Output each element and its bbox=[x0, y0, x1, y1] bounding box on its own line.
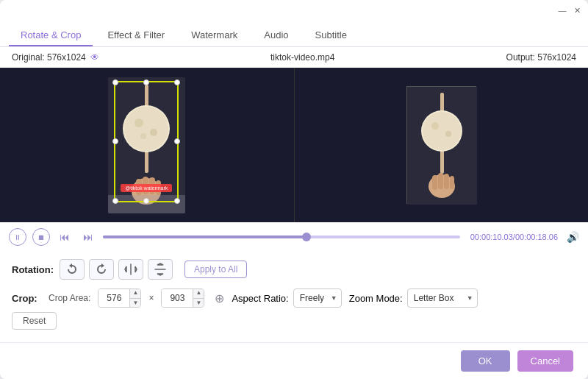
rotate-right-button[interactable] bbox=[89, 259, 114, 280]
video-header: Original: 576x1024 👁 tiktok-video.mp4 Ou… bbox=[0, 47, 588, 68]
svg-rect-24 bbox=[444, 174, 449, 189]
progress-thumb[interactable] bbox=[302, 233, 311, 241]
ok-button[interactable]: OK bbox=[461, 350, 510, 372]
zoom-mode-group: Zoom Mode: Letter Box Pan & Scan Full ▼ bbox=[349, 288, 478, 308]
zoom-mode-label: Zoom Mode: bbox=[349, 293, 403, 304]
rotate-left-button[interactable] bbox=[60, 259, 85, 280]
playback-bar: ⏸ ⏹ ⏮ ⏭ 00:00:10.03/00:00:18.06 🔊 bbox=[0, 222, 588, 252]
video-area: @tiktok watermark bbox=[0, 68, 588, 222]
crop-width-up[interactable]: ▲ bbox=[130, 288, 140, 299]
preview-image bbox=[406, 86, 476, 204]
next-button[interactable]: ⏭ bbox=[79, 228, 97, 246]
svg-rect-25 bbox=[450, 176, 454, 189]
crop-handle-ml[interactable] bbox=[112, 138, 118, 144]
rotation-row: Rotation: bbox=[12, 259, 576, 280]
reset-button[interactable]: Reset bbox=[12, 312, 57, 330]
crop-width-down[interactable]: ▼ bbox=[130, 299, 140, 308]
aspect-ratio-group: Aspect Ratio: Freely 16:9 9:16 4:3 1:1 ▼ bbox=[232, 288, 341, 308]
apply-to-all-button[interactable]: Apply to All bbox=[184, 261, 247, 278]
bottom-bar: OK Cancel bbox=[0, 342, 588, 379]
rotation-buttons: Apply to All bbox=[60, 259, 247, 280]
stop-button[interactable]: ⏹ bbox=[32, 228, 50, 246]
crop-label: Crop: bbox=[12, 293, 41, 304]
svg-rect-23 bbox=[438, 173, 443, 189]
progress-container[interactable] bbox=[103, 235, 460, 238]
play-pause-button[interactable]: ⏸ bbox=[9, 228, 26, 246]
crop-handle-tm[interactable] bbox=[143, 79, 149, 85]
crop-handle-mr[interactable] bbox=[174, 138, 180, 144]
flip-horizontal-button[interactable] bbox=[118, 259, 143, 280]
original-label: Original: 576x1024 bbox=[12, 52, 86, 63]
tab-subtitle[interactable]: Subtitle bbox=[304, 25, 359, 46]
aspect-ratio-select[interactable]: Freely 16:9 9:16 4:3 1:1 bbox=[293, 288, 342, 308]
progress-track[interactable] bbox=[103, 235, 460, 238]
tab-effect-filter[interactable]: Effect & Filter bbox=[96, 25, 176, 46]
left-video-panel: @tiktok watermark bbox=[0, 68, 294, 222]
crop-width-input-wrap: ▲ ▼ bbox=[98, 288, 141, 308]
svg-point-18 bbox=[431, 122, 439, 130]
crosshair-icon[interactable]: ⊕ bbox=[215, 291, 224, 305]
prev-button[interactable]: ⏮ bbox=[56, 228, 74, 246]
crop-height-group: ▲ ▼ bbox=[161, 288, 204, 308]
eye-icon[interactable]: 👁 bbox=[90, 52, 99, 63]
svg-point-17 bbox=[423, 112, 461, 150]
rotation-label: Rotation: bbox=[12, 264, 60, 275]
crop-canvas[interactable]: @tiktok watermark bbox=[0, 68, 294, 222]
dimension-separator: × bbox=[148, 293, 154, 303]
flip-vertical-button[interactable] bbox=[148, 259, 173, 280]
right-video-panel bbox=[295, 68, 589, 222]
zoom-mode-select[interactable]: Letter Box Pan & Scan Full bbox=[407, 288, 478, 308]
crop-width-group: ▲ ▼ bbox=[98, 288, 141, 308]
zoom-mode-select-wrap: Letter Box Pan & Scan Full ▼ bbox=[407, 288, 478, 308]
preview-canvas bbox=[295, 68, 589, 222]
title-bar: — ✕ bbox=[0, 0, 588, 21]
crop-handle-tl[interactable] bbox=[112, 79, 118, 85]
tab-watermark[interactable]: Watermark bbox=[179, 25, 249, 46]
crop-row: Crop: Crop Area: ▲ ▼ × ▲ ▼ bbox=[12, 288, 576, 308]
time-display: 00:00:10.03/00:00:18.06 bbox=[470, 233, 558, 241]
tab-audio[interactable]: Audio bbox=[252, 25, 300, 46]
crop-preview: @tiktok watermark bbox=[108, 77, 185, 213]
crop-handle-tr[interactable] bbox=[174, 79, 180, 85]
output-label: Output: 576x1024 bbox=[506, 52, 576, 63]
filename-label: tiktok-video.mp4 bbox=[99, 52, 506, 63]
aspect-ratio-select-wrap: Freely 16:9 9:16 4:3 1:1 ▼ bbox=[293, 288, 342, 308]
crop-box[interactable]: @tiktok watermark bbox=[114, 81, 179, 202]
cancel-button[interactable]: Cancel bbox=[517, 350, 573, 372]
svg-rect-22 bbox=[432, 175, 437, 190]
tab-rotate-crop[interactable]: Rotate & Crop bbox=[9, 25, 93, 46]
controls-area: Rotation: bbox=[0, 252, 588, 334]
main-window: — ✕ Rotate & Crop Effect & Filter Waterm… bbox=[0, 0, 588, 379]
progress-fill bbox=[103, 235, 306, 238]
crop-width-input[interactable] bbox=[98, 289, 129, 307]
tiktok-watermark: @tiktok watermark bbox=[121, 184, 172, 192]
close-button[interactable]: ✕ bbox=[572, 5, 582, 15]
crop-height-up[interactable]: ▲ bbox=[193, 288, 204, 299]
crop-height-input-wrap: ▲ ▼ bbox=[161, 288, 204, 308]
crop-height-spinners: ▲ ▼ bbox=[193, 288, 204, 308]
crop-width-spinners: ▲ ▼ bbox=[129, 288, 140, 308]
tabs-bar: Rotate & Crop Effect & Filter Watermark … bbox=[0, 21, 588, 47]
crop-height-down[interactable]: ▼ bbox=[193, 299, 204, 308]
aspect-ratio-label: Aspect Ratio: bbox=[232, 293, 288, 304]
reset-row: Reset bbox=[12, 312, 576, 330]
svg-point-19 bbox=[445, 131, 451, 137]
crop-height-input[interactable] bbox=[162, 289, 193, 307]
crop-handle-bl[interactable] bbox=[112, 198, 118, 204]
minimize-button[interactable]: — bbox=[557, 5, 567, 15]
crop-area-label: Crop Area: bbox=[49, 293, 90, 303]
volume-icon[interactable]: 🔊 bbox=[567, 231, 579, 243]
crop-handle-bm[interactable] bbox=[143, 198, 149, 204]
crop-handle-br[interactable] bbox=[174, 198, 180, 204]
